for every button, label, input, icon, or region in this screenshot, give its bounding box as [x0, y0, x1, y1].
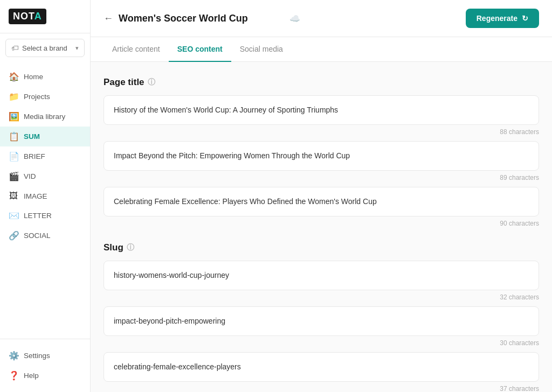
sidebar-item-media-library[interactable]: 🖼️ Media library [0, 107, 90, 127]
slug-info-icon[interactable]: ⓘ [127, 243, 134, 253]
sidebar-item-label: SOCIAL [24, 232, 51, 240]
back-button[interactable]: ← [104, 13, 113, 24]
sidebar-item-label: Home [24, 73, 43, 81]
page-title-card-3: Celebrating Female Excellence: Players W… [104, 187, 539, 227]
sum-icon: 📋 [9, 131, 18, 142]
tab-social-media[interactable]: Social media [231, 37, 292, 62]
sidebar-item-label: IMAGE [24, 192, 47, 200]
page-title-card-1: History of the Women's World Cup: A Jour… [104, 95, 539, 136]
letter-icon: ✉️ [9, 211, 18, 221]
sidebar-item-home[interactable]: 🏠 Home [0, 67, 90, 87]
sidebar-bottom: ⚙️ Settings ❓ Help [0, 339, 90, 392]
brand-select-dropdown[interactable]: 🏷 Select a brand ▾ [5, 39, 85, 57]
sidebar-item-label: Projects [24, 93, 50, 101]
slug-card-1: history-womens-world-cup-journey 32 char… [104, 261, 539, 301]
sidebar: NOTA 🏷 Select a brand ▾ 🏠 Home 📁 Project… [0, 0, 91, 392]
back-arrow-icon: ← [104, 13, 113, 24]
sidebar-item-vid[interactable]: 🎬 VID [0, 166, 90, 186]
logo: NOTA [9, 9, 46, 24]
sidebar-item-letter[interactable]: ✉️ LETTER [0, 206, 90, 226]
gear-icon: ⚙️ [9, 351, 18, 361]
slug-card-3: celebrating-female-excellence-players 37… [104, 352, 539, 392]
page-title-heading: Page title ⓘ [104, 77, 539, 88]
sidebar-item-label: Help [24, 372, 39, 380]
tab-article-content[interactable]: Article content [104, 37, 169, 62]
sidebar-item-social[interactable]: 🔗 SOCIAL [0, 226, 90, 246]
vid-icon: 🎬 [9, 171, 18, 181]
main-content: ← Women's Soccer World Cup ☁️ Regenerate… [91, 0, 552, 392]
refresh-icon: ↻ [522, 14, 528, 23]
slug-card-2: impact-beyond-pitch-empowering 30 charac… [104, 306, 539, 347]
slug-heading: Slug ⓘ [104, 242, 539, 253]
folder-icon: 📁 [9, 92, 18, 102]
sidebar-item-help[interactable]: ❓ Help [0, 366, 90, 386]
sidebar-item-label: SUM [24, 132, 40, 141]
image-icon: 🖼️ [9, 111, 18, 122]
cloud-sync-icon: ☁️ [289, 13, 300, 24]
main-nav: 🏠 Home 📁 Projects 🖼️ Media library 📋 SUM… [0, 62, 90, 339]
help-icon: ❓ [9, 370, 18, 381]
sidebar-item-label: Settings [24, 352, 50, 360]
sidebar-item-label: Media library [24, 113, 65, 121]
brand-select-label: Select a brand [22, 44, 67, 52]
sidebar-item-settings[interactable]: ⚙️ Settings [0, 346, 90, 366]
sidebar-item-image[interactable]: 🖼 IMAGE [0, 186, 90, 206]
home-icon: 🏠 [9, 72, 18, 82]
logo-area: NOTA [0, 0, 90, 33]
regenerate-button[interactable]: Regenerate ↻ [466, 9, 539, 28]
brief-icon: 📄 [9, 151, 18, 162]
sidebar-item-sum[interactable]: 📋 SUM [0, 127, 90, 146]
page-title: Women's Soccer World Cup [119, 13, 284, 24]
social-icon: 🔗 [9, 230, 18, 241]
topbar: ← Women's Soccer World Cup ☁️ Regenerate… [91, 0, 552, 37]
tab-seo-content[interactable]: SEO content [169, 37, 231, 62]
tag-icon: 🏷 [11, 44, 19, 52]
tabs-bar: Article content SEO content Social media [91, 37, 552, 62]
sidebar-item-brief[interactable]: 📄 BRIEF [0, 146, 90, 166]
sidebar-item-projects[interactable]: 📁 Projects [0, 87, 90, 107]
page-title-card-2: Impact Beyond the Pitch: Empowering Wome… [104, 141, 539, 181]
page-title-info-icon[interactable]: ⓘ [148, 78, 155, 87]
page-title-section: Page title ⓘ History of the Women's Worl… [104, 77, 539, 227]
sidebar-item-label: LETTER [24, 212, 52, 220]
slug-section: Slug ⓘ history-womens-world-cup-journey … [104, 242, 539, 392]
regenerate-label: Regenerate [477, 14, 518, 23]
sidebar-item-label: VID [24, 172, 36, 180]
seo-content-area: Page title ⓘ History of the Women's Worl… [91, 62, 552, 392]
image-nav-icon: 🖼 [9, 191, 18, 201]
sidebar-item-label: BRIEF [24, 152, 45, 160]
chevron-down-icon: ▾ [75, 45, 79, 52]
